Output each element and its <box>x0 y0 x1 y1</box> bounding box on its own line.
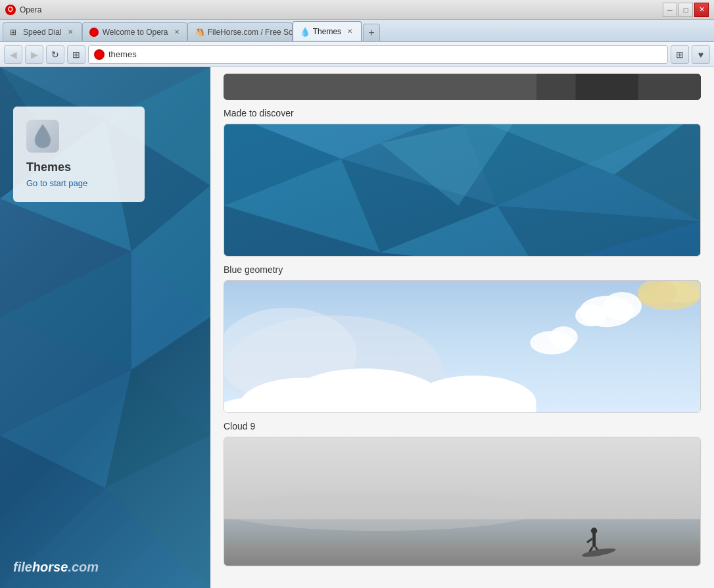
title-bar-controls: ─ □ ✕ <box>663 3 709 17</box>
sidebar-card-title: Themes <box>26 160 131 174</box>
tab-speed-dial-label: Speed Dial <box>23 28 62 37</box>
svg-rect-58 <box>592 533 596 547</box>
theme-card-cloud9[interactable] <box>224 437 701 566</box>
sidebar-go-to-start[interactable]: Go to start page <box>26 178 87 188</box>
cloud-sky-svg <box>224 281 700 412</box>
svg-rect-20 <box>576 74 638 100</box>
theme-preview-partial <box>224 74 701 100</box>
window-title: Opera <box>20 5 41 14</box>
tab-speed-dial[interactable]: ⊞ Speed Dial ✕ <box>3 22 82 41</box>
title-bar-left: O Opera <box>5 5 41 15</box>
filehorse-badge: filehorse.com <box>13 560 99 575</box>
sidebar-card: Themes Go to start page <box>13 107 145 202</box>
sidebar: Themes Go to start page filehorse.com <box>0 67 210 588</box>
content-area[interactable]: Made to discover <box>210 67 714 588</box>
minimize-button[interactable]: ─ <box>663 3 677 17</box>
opera-address-icon <box>94 49 105 60</box>
sky-scene <box>224 281 700 412</box>
tab-welcome[interactable]: Welcome to Opera ✕ <box>82 22 187 41</box>
tab-themes[interactable]: 💧 Themes ✕ <box>293 21 362 41</box>
drop-icon <box>32 123 53 149</box>
theme-card-blue-geometry[interactable] <box>224 280 701 413</box>
maximize-button[interactable]: □ <box>678 3 693 17</box>
tab-filehorse-label: FileHorse.com / Free Soft... <box>208 28 293 37</box>
nav-bar: ◀ ▶ ↻ ⊞ ⊞ ♥ <box>0 42 714 67</box>
partial-preview-svg <box>224 74 701 100</box>
tab-welcome-close[interactable]: ✕ <box>172 28 181 37</box>
section-made-to-discover-label: Made to discover <box>224 108 701 118</box>
blue-geometry-preview <box>224 281 700 412</box>
tab-speed-dial-close[interactable]: ✕ <box>66 28 75 37</box>
title-bar: O Opera ─ □ ✕ <box>0 0 714 20</box>
address-bar[interactable] <box>88 45 668 64</box>
section-blue-geometry-label: Blue geometry <box>224 264 701 275</box>
add-tab-button[interactable]: + <box>363 24 380 41</box>
sidebar-theme-icon <box>26 120 59 153</box>
svg-point-59 <box>591 527 597 533</box>
welcome-tab-icon <box>89 28 99 37</box>
speed-dial-tab-icon: ⊞ <box>10 28 19 37</box>
theme-card-made-to-discover[interactable] <box>224 124 701 257</box>
cloud9-preview <box>224 437 700 566</box>
content-inner: Made to discover <box>210 67 714 587</box>
address-input[interactable] <box>108 49 662 59</box>
svg-rect-56 <box>224 543 700 566</box>
favorites-button[interactable]: ♥ <box>692 45 710 64</box>
speed-dial-nav-button[interactable]: ⊞ <box>67 45 85 64</box>
svg-point-53 <box>550 326 578 348</box>
tab-welcome-label: Welcome to Opera <box>103 28 168 37</box>
svg-point-57 <box>224 492 536 531</box>
close-button[interactable]: ✕ <box>694 3 709 17</box>
tab-bar: ⊞ Speed Dial ✕ Welcome to Opera ✕ 🐴 File… <box>0 20 714 42</box>
opera-logo: O <box>5 5 16 15</box>
made-to-discover-svg <box>224 124 700 256</box>
themes-tab-icon: 💧 <box>300 27 309 36</box>
forward-button[interactable]: ▶ <box>25 45 43 64</box>
tab-themes-label: Themes <box>313 27 341 36</box>
section-cloud9-label: Cloud 9 <box>224 421 701 431</box>
tab-filehorse[interactable]: 🐴 FileHorse.com / Free Soft... ✕ <box>187 22 293 41</box>
speed-dial-right-button[interactable]: ⊞ <box>671 45 689 64</box>
main-area: Themes Go to start page filehorse.com Ma… <box>0 67 714 588</box>
filehorse-tab-icon: 🐴 <box>195 28 204 37</box>
reload-button[interactable]: ↻ <box>46 45 64 64</box>
theme-blue-geo-preview <box>224 124 700 256</box>
back-button[interactable]: ◀ <box>4 45 22 64</box>
svg-point-47 <box>603 292 642 320</box>
beach-svg <box>224 437 700 566</box>
svg-point-48 <box>575 305 606 326</box>
tab-themes-close[interactable]: ✕ <box>345 27 354 36</box>
nav-right-buttons: ⊞ ♥ <box>671 45 710 64</box>
